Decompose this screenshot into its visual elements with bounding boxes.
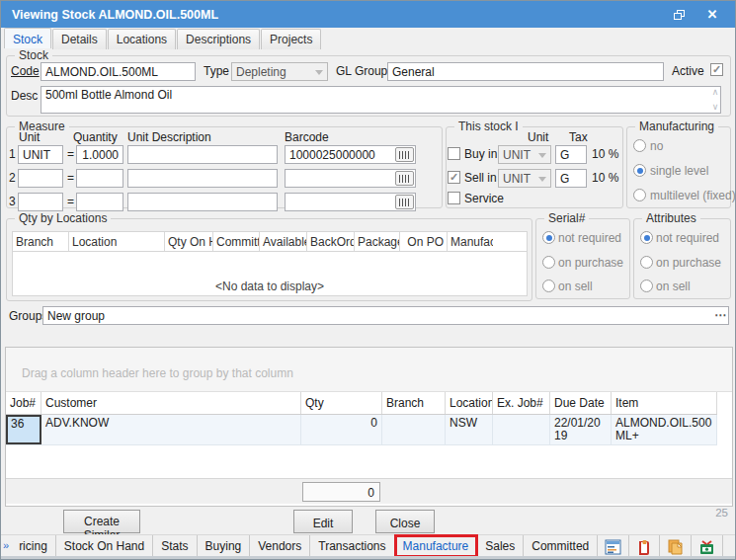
jobs-grid-row[interactable]: 36 ADV.KNOW 0 NSW 22/01/2019 ALMOND.OIL.… [6,415,717,445]
measure-desc-field-2[interactable] [127,169,278,188]
bottom-tab-transactions[interactable]: Transactions [310,535,394,557]
col-ex-job[interactable]: Ex. Job# [493,392,550,414]
measure-qty-field-2[interactable] [76,169,123,188]
bottom-tab-report[interactable] [598,535,629,557]
bottom-tab-pricing[interactable]: ricing [11,535,56,557]
create-similar-button[interactable]: Create Similar [63,510,140,533]
col-on-po[interactable]: On PO [400,232,448,251]
tab-overflow-icon[interactable]: » [1,535,11,557]
col-due-date[interactable]: Due Date [550,392,612,414]
col-available[interactable]: Available [260,232,307,251]
bottom-tab-committed[interactable]: Committed [524,535,598,557]
measure-unit-field-1[interactable] [18,145,63,164]
serial-on-sell-radio[interactable] [542,280,555,292]
scroll-down-icon[interactable]: ∨ [712,103,719,112]
measure-qty-field-3[interactable] [76,193,123,211]
cell-ex-job[interactable] [493,415,550,444]
barcode-button-3[interactable] [395,195,414,209]
tab-details[interactable]: Details [52,29,107,49]
type-label: Type [204,64,229,78]
buy-unit-dropdown[interactable]: UNIT [498,145,551,164]
measure-qty-field-1[interactable] [76,145,123,164]
measure-desc-field-3[interactable] [127,193,278,211]
bottom-tab-stats[interactable]: Stats [153,535,197,557]
bottom-tab-manufacture[interactable]: Manufacture [395,535,478,557]
col-location[interactable]: Location [69,232,165,251]
measure-row-number: 2 [9,171,16,185]
gl-group-field[interactable] [387,62,664,81]
desc-scrollbar[interactable]: ∧ ∨ [710,88,720,112]
manufacturing-legend: Manufacturing [635,120,718,133]
col-backorder[interactable]: BackOrder [307,232,355,251]
bottom-tab-copy[interactable] [660,535,692,557]
buy-tax-field[interactable] [555,145,587,164]
bottom-tab-journal[interactable] [629,535,660,557]
col-item[interactable]: Item [612,392,717,414]
sell-in-checkbox[interactable]: ✓ [448,171,460,184]
group-by-area[interactable]: Drag a column header here to group by th… [6,348,732,392]
tab-descriptions[interactable]: Descriptions [177,29,260,49]
col-packaged[interactable]: Packaged [355,232,400,251]
cell-location[interactable]: NSW [446,415,493,444]
measure-desc-field-1[interactable] [127,145,278,164]
cell-qty[interactable]: 0 [301,415,382,444]
page-indicator: 25 [715,507,728,519]
bottom-tab-cash[interactable] [692,535,723,557]
window-bottom-edge [1,556,735,559]
groups-field[interactable] [42,306,729,325]
groups-browse-button[interactable]: ⋯ [714,308,727,322]
scroll-up-icon[interactable]: ∧ [712,88,719,97]
col-customer[interactable]: Customer [41,392,301,414]
measure-unit-field-2[interactable] [18,169,63,188]
col-manufactured[interactable]: Manufactu [448,232,493,251]
jobs-grid-header-row: Job# Customer Qty Branch Location Ex. Jo… [6,392,717,415]
cell-customer[interactable]: ADV.KNOW [41,415,301,444]
barcode-icon [399,151,410,159]
close-icon: ✕ [707,7,718,22]
cell-job[interactable]: 36 [6,415,41,444]
col-branch[interactable]: Branch [13,232,69,251]
barcode-button-2[interactable] [395,171,414,186]
cell-branch[interactable] [382,415,446,444]
manufacturing-single-level-radio[interactable] [633,164,646,177]
close-button[interactable]: Close [375,510,435,533]
code-field[interactable] [41,62,196,81]
col-job[interactable]: Job# [6,392,41,414]
serial-on-purchase-radio[interactable] [542,256,555,269]
manufacturing-multilevel-radio[interactable] [633,189,646,201]
restore-window-button[interactable] [662,1,695,28]
col-qty[interactable]: Qty [301,392,382,414]
tab-projects[interactable]: Projects [261,29,321,49]
barcode-button-1[interactable] [395,147,414,162]
buy-in-checkbox[interactable] [448,147,460,160]
attributes-on-purchase-radio[interactable] [640,256,653,269]
close-window-button[interactable]: ✕ [695,1,729,28]
type-dropdown[interactable]: Depleting [231,62,328,81]
attributes-on-sell-radio[interactable] [640,280,653,292]
col-committed[interactable]: Committed [213,232,260,251]
cell-due-date[interactable]: 22/01/2019 [550,415,612,444]
description-field[interactable]: 500ml Bottle Almond Oil [41,86,721,114]
service-checkbox[interactable] [448,192,460,204]
edit-button[interactable]: Edit [293,510,353,533]
serial-not-required-label: not required [558,231,621,245]
col-branch[interactable]: Branch [382,392,446,414]
sell-unit-dropdown[interactable]: UNIT [498,169,551,188]
bottom-tab-sales[interactable]: Sales [477,535,524,557]
tab-stock[interactable]: Stock [4,28,51,48]
active-checkbox[interactable]: ✓ [710,63,723,76]
bottom-tab-buying[interactable]: Buying [198,535,251,557]
tab-locations[interactable]: Locations [108,29,176,49]
sell-tax-field[interactable] [555,169,587,188]
bottom-tab-vendors[interactable]: Vendors [250,535,310,557]
bottom-tab-stock-on-hand[interactable]: Stock On Hand [56,535,153,557]
manufacturing-no-radio[interactable] [633,139,646,152]
cell-item[interactable]: ALMOND.OIL.500ML+ [612,415,717,444]
measure-unit-field-3[interactable] [18,193,63,211]
col-location[interactable]: Location [446,392,493,414]
attributes-not-required-radio[interactable] [640,231,653,244]
serial-not-required-radio[interactable] [542,231,555,244]
sell-tax-pct: 10 % [592,171,618,185]
col-qty-on-hand[interactable]: Qty On Ha [165,232,213,251]
quantity-header: Quantity [73,130,118,144]
